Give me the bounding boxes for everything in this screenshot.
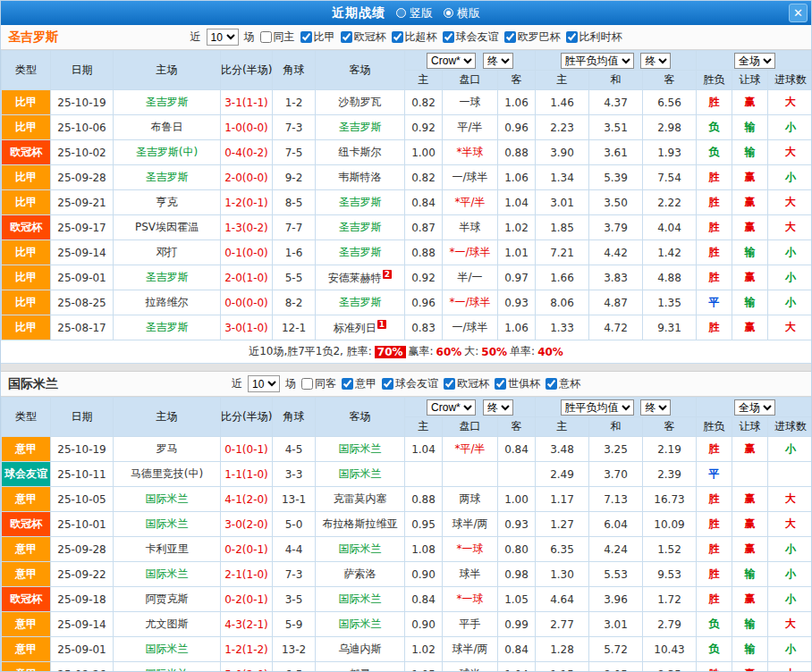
odds-final-select[interactable]: 终 [483,399,513,416]
handicap-line: *一球 [443,587,498,612]
filter-league-checkbox[interactable] [443,31,454,43]
filter-league-checkbox[interactable] [341,31,352,43]
filter-same-venue-checkbox[interactable] [301,378,313,390]
avg-loss-odds: 4.88 [643,265,697,290]
avg-draw-odds: 3.70 [589,462,643,487]
home-odds: 0.90 [405,562,443,587]
home-odds: 0.92 [405,265,443,290]
avg-odds-header: 胜平负均值 终 [536,51,697,71]
filter-league-checkbox[interactable] [342,378,353,390]
match-score: 0-2(0-1) [221,537,273,562]
away-odds: 0.84 [498,437,536,462]
recent-results-panel: 近期战绩 竖版 横版 ✕ 圣吉罗斯 近10场同主比甲欧冠杯比超杯球会友谊欧罗巴杯… [0,0,812,672]
filter-league[interactable]: 意杯 [546,376,580,391]
league-type-cell: 比甲 [2,315,51,340]
close-button[interactable]: ✕ [789,4,808,22]
filter-league-checkbox[interactable] [546,378,557,390]
filter-league[interactable]: 球会友谊 [382,376,438,391]
layout-vertical-label: 竖版 [410,5,433,21]
away-team-name: 圣吉罗斯 [339,121,382,133]
filter-league-checkbox[interactable] [495,378,506,390]
recent-count-select[interactable]: 10 [248,375,280,392]
filter-league[interactable]: 球会友谊 [443,29,499,45]
league-type-cell: 意甲 [2,612,51,637]
match-date: 25-09-22 [51,562,114,587]
filter-league[interactable]: 世俱杯 [495,376,540,391]
corner-score: 1-6 [273,240,316,265]
match-date: 25-09-14 [51,612,114,637]
home-team-name: 圣吉罗斯 [146,96,189,108]
scope-select[interactable]: 全场 [734,53,775,69]
filter-league[interactable]: 比甲 [300,29,335,45]
odds-company-select[interactable]: Crow* [427,53,476,69]
filter-league[interactable]: 欧罗巴杯 [504,29,561,45]
away-team-name: 圣吉罗斯 [339,221,382,233]
home-team: PSV埃因霍温 [114,215,221,240]
handicap-result-cell: 赢 [732,90,768,115]
odd-rate-value: 40% [537,346,563,358]
layout-option-vertical[interactable]: 竖版 [396,5,433,21]
rank-badge: 2 [383,270,392,279]
goals-result-cell: 小 [768,637,812,662]
col-score: 比分(半场) [221,398,273,437]
avg-final-select[interactable]: 终 [640,399,671,416]
away-odds: 1.00 [498,487,536,512]
handicap-line: 两球 [443,487,498,512]
avg-win-odds: 3.01 [536,190,589,215]
col-odds-away: 客 [498,417,536,437]
filter-league[interactable]: 比利时杯 [566,29,622,45]
col-home: 主场 [114,398,221,437]
filter-league[interactable]: 欧冠杯 [444,376,489,391]
col-goals-result: 进球数 [768,71,812,90]
away-odds: 1.02 [498,215,536,240]
match-row: 意甲25-08-26国际米兰5-0(2-0)6-5都灵1.05球半1.041.1… [2,662,812,672]
match-date: 25-10-11 [51,462,114,487]
away-odds: 0.88 [498,140,536,165]
filter-league[interactable]: 意甲 [342,376,376,391]
avg-metric-select[interactable]: 胜平负均值 [561,53,634,69]
away-team: 韦斯特洛 [316,165,405,190]
odds-final-select[interactable]: 终 [483,53,513,69]
odds-company-select[interactable]: Crow* [427,399,476,416]
match-score: 0-4(0-2) [221,140,273,165]
goals-result-cell: 小 [768,437,812,462]
scope-select[interactable]: 全场 [734,399,775,416]
avg-draw-odds: 3.25 [589,437,643,462]
avg-win-odds: 1.66 [536,265,589,290]
match-date: 25-08-26 [51,662,114,672]
filter-league-checkbox[interactable] [382,378,393,390]
avg-final-select[interactable]: 终 [640,53,671,69]
layout-option-horizontal[interactable]: 横版 [444,5,480,21]
match-row: 球会友谊25-10-11马德里竞技(中)1-1(1-0)3-3国际米兰2.493… [2,462,812,487]
handicap-result-cell: 赢 [732,190,768,215]
avg-metric-select[interactable]: 胜平负均值 [561,399,634,416]
filter-league-checkbox[interactable] [444,378,455,390]
filter-league-checkbox[interactable] [504,31,516,43]
filter-league-checkbox[interactable] [392,31,403,43]
filter-near-label: 近 [232,376,242,391]
home-odds: 1.00 [405,140,443,165]
filter-league-checkbox[interactable] [566,31,578,43]
goals-result-cell: 大 [768,315,812,340]
filter-league-checkbox[interactable] [300,31,312,43]
handicap-result-cell: 输 [732,140,768,165]
section-divider [1,364,811,372]
league-type-cell: 欧冠杯 [2,587,51,612]
filter-same-venue[interactable]: 同客 [301,376,336,391]
avg-loss-odds: 9.53 [643,562,697,587]
match-row: 比甲25-10-19圣吉罗斯3-1(1-1)1-2沙勒罗瓦0.82一球1.061… [2,90,812,115]
away-odds [498,462,536,487]
match-score: 0-0(0-0) [221,290,273,315]
recent-count-select[interactable]: 10 [207,29,239,46]
col-avg-loss: 客 [643,71,697,90]
avg-win-odds: 1.46 [536,90,589,115]
section-team-name: 国际米兰 [8,376,58,392]
home-team: 国际米兰 [114,662,221,672]
away-odds: 1.04 [498,190,536,215]
filter-league[interactable]: 欧冠杯 [341,29,386,45]
home-odds: 0.88 [405,487,443,512]
filter-same-venue-checkbox[interactable] [260,31,272,43]
avg-draw-odds: 3.50 [589,190,643,215]
filter-same-venue[interactable]: 同主 [260,29,295,45]
filter-league[interactable]: 比超杯 [392,29,437,45]
